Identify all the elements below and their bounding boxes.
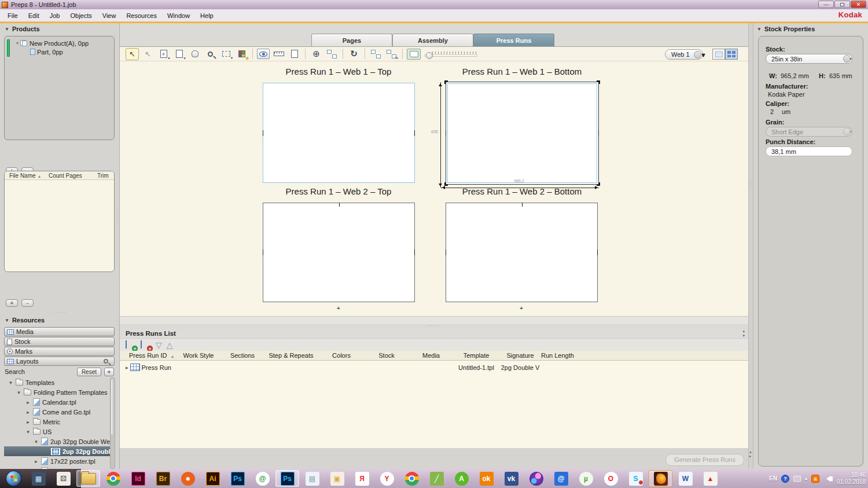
odnoklassniki-icon[interactable]: ok bbox=[475, 470, 498, 487]
page-number-tool[interactable]: #▸ bbox=[157, 48, 170, 60]
expand-arrow-icon[interactable]: ▸ bbox=[25, 409, 31, 415]
zoom-slider-knob[interactable] bbox=[426, 52, 433, 59]
press-sheet-web1-bottom-selected[interactable] bbox=[446, 82, 599, 185]
tree-scrollbar[interactable] bbox=[110, 377, 115, 469]
press-runs-list-splitter[interactable]: ····· bbox=[120, 324, 748, 329]
files-col-name[interactable]: File Name▲ bbox=[9, 173, 49, 179]
network-tray-icon[interactable] bbox=[793, 476, 801, 482]
menu-objects[interactable]: Objects bbox=[65, 11, 97, 20]
start-button[interactable] bbox=[2, 470, 25, 487]
opera-icon[interactable]: O bbox=[599, 470, 623, 487]
mailru-agent-icon[interactable]: @ bbox=[251, 470, 274, 487]
col-step-repeats[interactable]: Step & Repeats bbox=[263, 352, 319, 359]
measure-tool[interactable] bbox=[272, 48, 285, 60]
tab-assembly[interactable]: Assembly bbox=[392, 34, 473, 46]
files-col-trim[interactable]: Trim bbox=[97, 173, 114, 179]
utorrent-icon[interactable]: µ bbox=[574, 470, 598, 487]
press-run-row[interactable]: ▸ Press Run Untitled-1.tpl 2pg Double V bbox=[120, 362, 748, 372]
tab-press-runs[interactable]: Press Runs bbox=[473, 34, 554, 46]
tree-item-2up-32pg-double-selected[interactable]: 2up 32pg Double bbox=[4, 446, 115, 456]
tile-view-button[interactable] bbox=[369, 48, 382, 60]
panel-collapse-arrows[interactable]: ▴▾ bbox=[742, 329, 745, 338]
photo-viewer-icon[interactable]: ▣ bbox=[325, 470, 349, 487]
tree-item-templates[interactable]: ▾ Templates bbox=[0, 377, 120, 387]
expand-arrow-icon[interactable]: ▾ bbox=[34, 439, 39, 445]
delete-press-run-button[interactable]: × bbox=[141, 341, 151, 349]
col-sections[interactable]: Sections bbox=[222, 352, 263, 359]
stock-dropdown[interactable]: 25in x 38in ▼ bbox=[766, 54, 852, 64]
zoom-tool[interactable] bbox=[204, 48, 217, 60]
tab-pages[interactable]: Pages bbox=[311, 34, 392, 46]
col-media[interactable]: Media bbox=[409, 352, 453, 359]
page-tool[interactable]: ▸ bbox=[172, 48, 186, 60]
tree-item-metric[interactable]: ▸ Metric bbox=[0, 417, 120, 427]
yandex-icon[interactable]: Я bbox=[350, 470, 374, 487]
col-run-length[interactable]: Run Length bbox=[541, 352, 590, 359]
tree-item-2up-32pg-double-web[interactable]: ▾ 2up 32pg Double Wel bbox=[0, 436, 120, 446]
press-run-cell-id[interactable]: ▸ Press Run bbox=[120, 364, 175, 371]
caliper-value[interactable]: 2 bbox=[770, 108, 774, 115]
expand-arrow-icon[interactable]: ▸ bbox=[25, 419, 31, 425]
expand-arrow-icon[interactable]: ▸ bbox=[34, 458, 39, 464]
col-colors[interactable]: Colors bbox=[319, 352, 364, 359]
minimize-button[interactable]: — bbox=[818, 1, 834, 8]
chrome-2-icon[interactable] bbox=[400, 470, 424, 487]
select-tool[interactable]: ↖ bbox=[126, 48, 139, 60]
rotate-view-button[interactable]: ↻ bbox=[347, 48, 361, 60]
col-template[interactable]: Template bbox=[453, 352, 499, 359]
menu-file[interactable]: File bbox=[2, 11, 23, 20]
zoom-slider-track[interactable] bbox=[424, 54, 477, 57]
bridge-icon[interactable]: Br bbox=[151, 470, 175, 487]
menu-help[interactable]: Help bbox=[195, 11, 219, 20]
reset-button[interactable]: Reset bbox=[77, 368, 101, 376]
split-view-button[interactable] bbox=[325, 48, 339, 60]
help-tray-icon[interactable]: ? bbox=[781, 475, 789, 483]
col-press-run-id[interactable]: Press Run ID ▲ bbox=[120, 352, 175, 359]
col-signature[interactable]: Signature bbox=[499, 352, 541, 359]
punch-distance-input[interactable]: 38,1 mm bbox=[766, 146, 852, 156]
menu-window[interactable]: Window bbox=[162, 11, 195, 20]
direct-select-tool[interactable]: ↖ bbox=[141, 48, 155, 60]
mailru-icon[interactable]: @ bbox=[549, 470, 573, 487]
press-sheet-web1-top[interactable] bbox=[263, 83, 415, 183]
single-view-button[interactable] bbox=[712, 49, 725, 60]
web-selector-dropdown[interactable]: Web 1 ▼ bbox=[665, 49, 703, 60]
assign-colors-tool[interactable]: ✦ bbox=[235, 48, 248, 60]
music-orb-icon[interactable] bbox=[524, 470, 548, 487]
product-row[interactable]: ▾ New Product(A), 0pp bbox=[5, 39, 114, 47]
add-press-run-button[interactable]: + bbox=[126, 341, 136, 349]
pan-tool[interactable] bbox=[188, 48, 201, 60]
film-app-icon[interactable]: ∗ bbox=[176, 470, 200, 487]
illustrator-icon[interactable]: Ai bbox=[201, 470, 225, 487]
expand-arrow-icon[interactable]: ▾ bbox=[8, 380, 13, 386]
move-up-button[interactable]: △ bbox=[167, 340, 173, 350]
products-section-header[interactable]: ▼ Products bbox=[0, 23, 119, 34]
expand-arrow-icon[interactable]: ▾ bbox=[16, 41, 19, 46]
right-splitter[interactable]: ··· ◂▸ bbox=[748, 23, 753, 469]
stock-properties-header[interactable]: ▼ Stock Properties bbox=[753, 23, 868, 34]
part-row[interactable]: Part, 0pp bbox=[5, 47, 114, 56]
resource-media-button[interactable]: Media bbox=[4, 327, 115, 336]
move-down-button[interactable]: ▽ bbox=[156, 340, 162, 350]
photoshop-window-icon[interactable]: Ps bbox=[275, 470, 299, 487]
expand-arrow-icon[interactable]: ▸ bbox=[126, 365, 128, 370]
tile-percent-view-button[interactable]: % bbox=[385, 48, 398, 60]
press-sheet-web2-top[interactable] bbox=[263, 203, 415, 302]
center-point-tool[interactable]: ⊕ bbox=[310, 48, 323, 60]
col-work-style[interactable]: Work Style bbox=[175, 352, 222, 359]
skype-icon[interactable]: S bbox=[624, 470, 648, 487]
photoshop-icon[interactable]: Ps bbox=[226, 470, 249, 487]
yandex-browser-icon[interactable]: Y bbox=[375, 470, 399, 487]
acrobat-icon[interactable]: ▲ bbox=[698, 470, 722, 487]
menu-job[interactable]: Job bbox=[45, 11, 65, 20]
preview-toggle-button[interactable] bbox=[257, 49, 270, 59]
resource-layouts-button[interactable]: Layouts bbox=[4, 357, 115, 366]
splitter-arrows[interactable]: ◂▸ bbox=[749, 450, 751, 458]
menu-resources[interactable]: Resources bbox=[121, 11, 162, 20]
green-a-app-icon[interactable]: A bbox=[450, 470, 473, 487]
selection-handle[interactable] bbox=[444, 80, 448, 84]
panel-splitter-handle[interactable]: ····· bbox=[0, 310, 120, 314]
fit-view-button[interactable] bbox=[407, 49, 421, 60]
resource-stock-button[interactable]: Stock bbox=[4, 337, 115, 346]
menu-edit[interactable]: Edit bbox=[23, 11, 45, 20]
